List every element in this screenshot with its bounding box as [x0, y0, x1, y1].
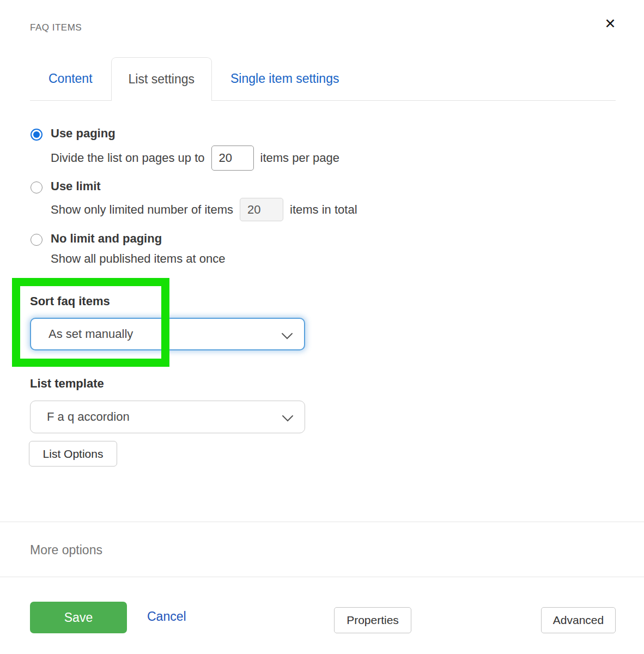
list-options-button[interactable]: List Options	[29, 441, 117, 467]
use-paging-desc-after: items per page	[260, 151, 340, 165]
properties-button[interactable]: Properties	[334, 607, 411, 633]
chevron-down-icon	[281, 332, 293, 342]
use-paging-label[interactable]: Use paging	[51, 126, 116, 141]
sort-faq-items-select[interactable]: As set manually	[30, 318, 305, 350]
items-in-total-input[interactable]	[240, 198, 283, 221]
chevron-down-icon	[282, 414, 294, 424]
no-limit-description: Show all published items at once	[51, 252, 225, 266]
sort-selected-value: As set manually	[31, 327, 133, 341]
save-button[interactable]: Save	[30, 602, 127, 633]
advanced-button[interactable]: Advanced	[541, 607, 616, 633]
divider	[0, 522, 644, 522]
template-selected-value: F a q accordion	[31, 410, 130, 424]
list-template-select[interactable]: F a q accordion	[30, 401, 305, 433]
tab-list-settings[interactable]: List settings	[111, 57, 212, 101]
no-limit-label[interactable]: No limit and paging	[51, 232, 162, 246]
use-limit-radio[interactable]	[31, 181, 42, 193]
no-limit-radio[interactable]	[31, 234, 42, 246]
cancel-link[interactable]: Cancel	[147, 609, 186, 624]
use-paging-desc-before: Divide the list on pages up to	[51, 151, 205, 165]
close-icon[interactable]: ✕	[602, 15, 619, 32]
use-limit-desc-before: Show only limited number of items	[51, 203, 233, 217]
tab-bar: Content List settings Single item settin…	[30, 57, 616, 101]
use-paging-radio[interactable]	[31, 129, 42, 141]
divider	[0, 577, 644, 577]
tab-content[interactable]: Content	[30, 57, 111, 100]
dialog-title: FAQ ITEMS	[30, 22, 82, 33]
use-limit-desc-after: items in total	[290, 203, 357, 217]
faq-items-settings-dialog: FAQ ITEMS ✕ Content List settings Single…	[0, 0, 644, 654]
tab-single-item-settings[interactable]: Single item settings	[212, 57, 357, 100]
list-template-label: List template	[30, 377, 104, 391]
items-per-page-input[interactable]	[211, 146, 254, 171]
use-limit-description: Show only limited number of items items …	[51, 198, 357, 221]
sort-faq-items-label: Sort faq items	[30, 294, 110, 308]
more-options-toggle[interactable]: More options	[30, 543, 102, 558]
use-paging-description: Divide the list on pages up to items per…	[51, 146, 339, 171]
use-limit-label[interactable]: Use limit	[51, 179, 101, 193]
